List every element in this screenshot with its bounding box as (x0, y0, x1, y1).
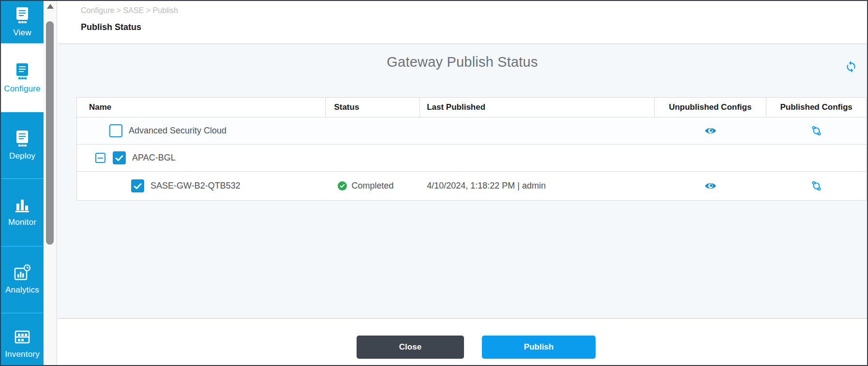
sidebar-item-label: View (13, 28, 31, 38)
table-row-group: APAC-BGL (76, 145, 867, 172)
row-last-published (420, 145, 654, 171)
sidebar-item-inventory[interactable]: Inventory (1, 313, 44, 365)
row-status (326, 117, 420, 144)
row-name: SASE-GW-B2-QTB532 (150, 181, 240, 191)
sidebar: View Configure (1, 1, 44, 365)
inventory-rack-icon (14, 330, 31, 345)
row-last-published (420, 117, 654, 144)
breadcrumb: Configure > SASE > Publish (81, 6, 178, 15)
dialog-footer: Close Publish (58, 319, 867, 365)
row-checkbox[interactable] (113, 151, 126, 164)
column-header-unpublished-configs: Unpublished Configs (655, 98, 767, 117)
table-row: Advanced Security Cloud (76, 117, 867, 145)
table-header-row: Name Status Last Published Unpublished C… (76, 97, 867, 117)
gateway-publish-panel: Gateway Publish Status Name Status Last … (58, 44, 867, 319)
column-header-last-published: Last Published (420, 98, 654, 117)
column-header-status: Status (326, 98, 420, 117)
column-header-published-configs: Published Configs (766, 98, 866, 117)
document-icon (15, 6, 30, 24)
sidebar-item-label: Monitor (8, 218, 36, 227)
document-icon (15, 130, 30, 147)
compare-configs-icon[interactable] (811, 181, 822, 191)
row-unpublished (655, 145, 767, 171)
sidebar-item-label: Configure (4, 84, 41, 94)
success-check-icon (338, 181, 347, 190)
page-header: Configure > SASE > Publish Publish Statu… (58, 1, 867, 44)
analytics-clock-icon (14, 264, 31, 281)
row-checkbox[interactable] (131, 179, 144, 192)
sidebar-item-view[interactable]: View (1, 1, 44, 44)
sidebar-item-label: Inventory (5, 350, 40, 359)
table-row: SASE-GW-B2-QTB532 Completed 4/10/2024, 1… (76, 172, 867, 201)
last-published-text: 4/10/2024, 1:18:22 PM | admin (427, 181, 546, 191)
sidebar-item-configure[interactable]: Configure (1, 44, 44, 112)
row-name: APAC-BGL (132, 153, 176, 163)
eye-icon[interactable] (704, 181, 717, 190)
bar-chart-icon (14, 198, 30, 213)
gateway-publish-table: Name Status Last Published Unpublished C… (76, 97, 867, 201)
sidebar-item-analytics[interactable]: Analytics (1, 247, 44, 313)
row-checkbox[interactable] (109, 124, 122, 137)
row-status (326, 145, 420, 171)
sidebar-item-deploy[interactable]: Deploy (1, 112, 44, 179)
scroll-up-arrow-icon[interactable] (47, 4, 54, 9)
document-icon (15, 62, 30, 80)
refresh-icon[interactable] (845, 60, 857, 73)
sidebar-item-label: Deploy (9, 151, 35, 161)
sidebar-item-monitor[interactable]: Monitor (1, 179, 44, 247)
panel-title: Gateway Publish Status (58, 54, 867, 70)
compare-configs-icon[interactable] (811, 126, 822, 136)
vertical-scrollbar[interactable] (44, 1, 57, 365)
sidebar-item-label: Analytics (5, 285, 39, 295)
app-window: View Configure (0, 0, 868, 366)
collapse-expander-icon[interactable] (95, 153, 105, 163)
close-button[interactable]: Close (357, 336, 464, 359)
status-badge: Completed (334, 181, 393, 191)
main-content: Configure > SASE > Publish Publish Statu… (58, 1, 867, 365)
row-name: Advanced Security Cloud (129, 126, 226, 136)
page-title: Publish Status (81, 22, 141, 32)
row-published (766, 145, 866, 171)
status-text: Completed (351, 181, 393, 191)
scrollbar-thumb[interactable] (46, 21, 54, 245)
column-header-name: Name (77, 98, 326, 117)
publish-button[interactable]: Publish (482, 336, 596, 359)
eye-icon[interactable] (704, 126, 717, 135)
